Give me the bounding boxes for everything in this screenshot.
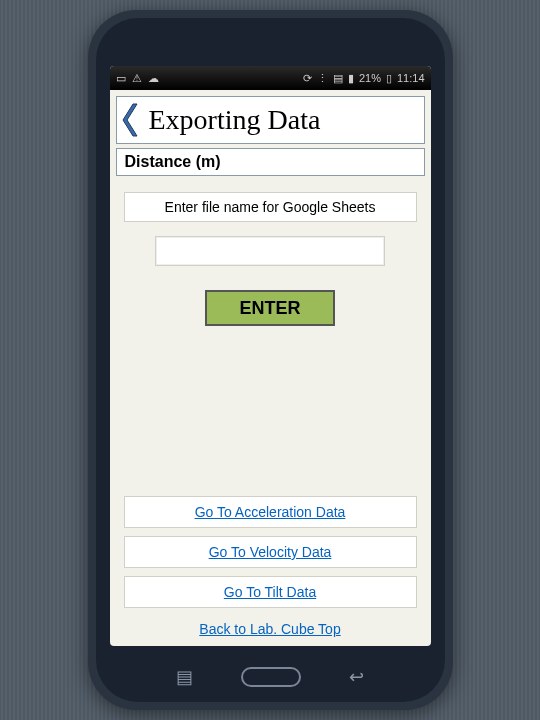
signal-icon: ▮ [348, 72, 354, 85]
link-tilt[interactable]: Go To Tilt Data [124, 576, 417, 608]
hardware-buttons: ▤ ↩ [96, 666, 445, 688]
link-acceleration-text[interactable]: Go To Acceleration Data [195, 504, 346, 520]
status-bar: ▭ ⚠ ☁ ⟳ ⋮ ▤ ▮ 21% ▯ 11:14 [110, 66, 431, 90]
vibrate-icon: ▤ [333, 72, 343, 85]
wifi-icon: ⋮ [317, 72, 328, 85]
back-button[interactable] [121, 102, 143, 138]
battery-icon: ▭ [116, 72, 126, 85]
menu-hw-button[interactable]: ▤ [176, 666, 193, 688]
clock: 11:14 [397, 72, 425, 84]
link-back-top[interactable]: Back to Lab. Cube Top [124, 616, 417, 640]
content-area: Enter file name for Google Sheets ENTER … [110, 176, 431, 646]
filename-prompt: Enter file name for Google Sheets [124, 192, 417, 222]
link-back-top-text[interactable]: Back to Lab. Cube Top [199, 621, 340, 637]
link-velocity[interactable]: Go To Velocity Data [124, 536, 417, 568]
header: Exporting Data [116, 96, 425, 144]
back-hw-button[interactable]: ↩ [349, 666, 364, 688]
screen: ▭ ⚠ ☁ ⟳ ⋮ ▤ ▮ 21% ▯ 11:14 [110, 66, 431, 646]
battery-small-icon: ▯ [386, 72, 392, 85]
sync-icon: ⟳ [303, 72, 312, 85]
link-acceleration[interactable]: Go To Acceleration Data [124, 496, 417, 528]
link-velocity-text[interactable]: Go To Velocity Data [209, 544, 332, 560]
page-title: Exporting Data [149, 104, 321, 136]
subtitle: Distance (m) [116, 148, 425, 176]
home-hw-button[interactable] [241, 667, 301, 687]
enter-button[interactable]: ENTER [205, 290, 335, 326]
cloud-icon: ☁ [148, 72, 159, 85]
battery-pct: 21% [359, 72, 381, 84]
warning-icon: ⚠ [132, 72, 142, 85]
phone-frame: SAMSUNG ▭ ⚠ ☁ ⟳ ⋮ ▤ ▮ 21% ▯ 11:14 [88, 10, 453, 710]
filename-input[interactable] [155, 236, 385, 266]
link-tilt-text[interactable]: Go To Tilt Data [224, 584, 316, 600]
